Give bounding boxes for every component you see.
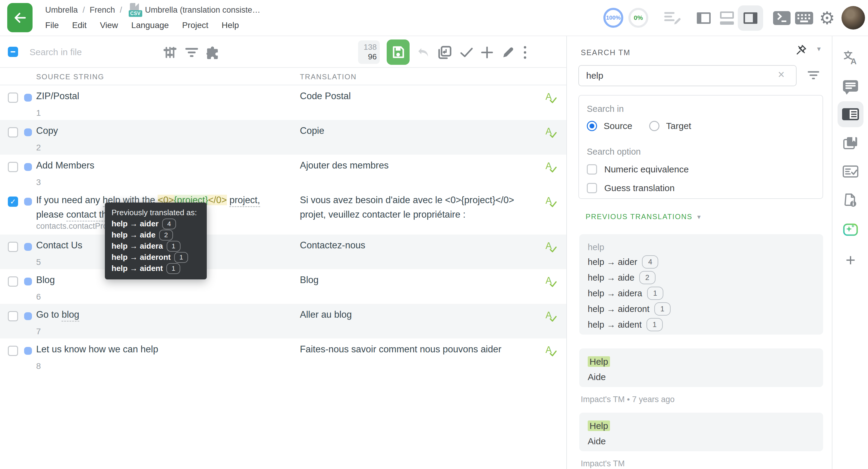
rail-translate-tab[interactable]: A [838,44,864,70]
plain-text: please [36,209,66,220]
menubar: FileEditViewLanguageProjectHelp [45,18,239,33]
table-row[interactable]: CopyCopie2A [0,120,566,155]
breadcrumb-item[interactable]: French [90,5,115,15]
table-row[interactable]: ZIP/PostalCode Postal1A [0,85,566,120]
panel-chevron-down-icon[interactable]: ▾ [817,44,821,53]
user-avatar[interactable] [841,6,865,30]
shortcuts-button[interactable] [792,5,817,31]
breadcrumb-file-name[interactable]: Umbrella (translation consiste… [145,5,260,15]
save-icon [391,45,405,59]
checkbox-guess-translation[interactable]: Guess translation [587,183,675,193]
settings-button[interactable]: ⚙ [814,5,840,31]
table-row[interactable]: Let us know how we can helpFaites-nous s… [0,339,566,373]
text-line: Let us know how we can help [36,342,158,356]
row-checkbox[interactable] [8,242,18,252]
menu-file[interactable]: File [45,21,59,30]
search-in-file-input[interactable] [29,43,157,61]
save-button[interactable] [387,39,410,65]
rail-ai-tab[interactable] [838,216,864,242]
previously-translated-tooltip: Previously translated as: help → aider4h… [105,202,207,279]
checkbox-box[interactable] [587,164,597,175]
tooltip-translation-item: help → aide2 [112,229,200,241]
approved-progress-badge[interactable]: 0% [628,8,648,28]
previous-translations-toggle[interactable]: PREVIOUS TRANSLATIONS▾ [586,213,701,221]
plain-text: Copy [36,125,58,136]
rail-search-tm-tab[interactable] [838,101,864,127]
inline-tag: </0> [208,195,227,205]
undo-button[interactable] [416,45,431,60]
add-string-button[interactable] [480,45,494,60]
radio-dot[interactable] [587,121,597,131]
plain-text: Ajouter des membres [300,160,389,170]
search-options-box: Search in SourceTarget Search option Num… [578,95,823,199]
select-all-checkbox[interactable] [8,47,18,57]
menu-view[interactable]: View [100,21,118,30]
copy-source-icon [438,45,452,59]
tm-panel-icon [842,108,859,120]
plain-text: Go to [36,309,61,320]
checkbox-box[interactable] [587,183,597,193]
tooltip-count-badge: 2 [159,230,173,241]
previous-translation-item[interactable]: help → aideront1 [588,301,815,317]
rail-comments-tab[interactable] [838,73,864,99]
rail-checks-tab[interactable] [838,159,864,184]
back-button[interactable] [7,3,33,32]
tm-search-input[interactable] [578,65,797,86]
previous-translation-item[interactable]: help → aidera1 [588,285,815,301]
clear-search-icon[interactable]: × [778,69,784,80]
menu-help[interactable]: Help [221,21,239,30]
previous-translation-item[interactable]: help → aide2 [588,270,815,285]
menu-project[interactable]: Project [182,21,208,30]
rail-file-info-tab[interactable] [838,187,864,213]
table-row[interactable]: Add MembersAjouter des membres3A [0,155,566,189]
layout-left-panel-button[interactable] [691,5,716,31]
radio-source[interactable]: Source [587,121,632,131]
checkbox-numeric-equivalence[interactable]: Numeric equivalence [587,164,689,175]
layout-right-panel-button[interactable] [738,5,763,31]
menu-language[interactable]: Language [131,21,169,30]
table-row[interactable]: Contact UsContactez-nous5A [0,234,566,269]
row-checkbox[interactable] [8,93,18,103]
approve-button[interactable] [459,45,474,60]
layout-bottom-panel-button[interactable] [714,5,740,31]
text-line: Copie [300,124,324,138]
tm-filter-button[interactable] [807,71,819,82]
edit-string-button[interactable] [501,45,516,60]
row-checkbox[interactable] [8,346,18,356]
radio-dot[interactable] [649,121,659,131]
tm-result-target: Aide [588,434,815,449]
row-checkbox[interactable] [8,127,18,137]
previous-translation-item[interactable]: help → aident1 [588,317,815,333]
row-checkbox[interactable] [8,276,18,287]
plain-text: Copie [300,125,324,136]
plain-text: Add Members [36,160,94,170]
radio-target[interactable]: Target [649,121,691,131]
tm-result-card[interactable]: HelpAide [579,413,823,451]
console-button[interactable] [769,5,795,31]
filter-settings-button[interactable] [163,45,177,60]
row-checkbox[interactable] [8,311,18,321]
copy-source-button[interactable] [438,45,452,60]
tm-result-card[interactable]: HelpAide [579,348,823,387]
filter-strings-button[interactable] [184,45,199,60]
rail-add-panel-button[interactable]: + [838,247,864,273]
table-row[interactable]: Go to blogAller au blog7A [0,304,566,339]
menu-edit[interactable]: Edit [72,21,87,30]
source-string-text: Add Members [36,158,94,173]
spellcheck-approved-icon: A [543,344,558,358]
translated-progress-badge[interactable]: 100% [603,8,623,28]
editor-main: 138 96 [0,36,566,469]
previous-translation-item[interactable]: help → aider4 [588,254,815,270]
pin-panel-button[interactable] [795,43,808,57]
table-row[interactable]: BlogBlog6A [0,269,566,304]
breadcrumb-item[interactable]: Umbrella [45,5,78,15]
plugins-button[interactable] [206,45,221,60]
row-checkbox[interactable]: ✓ [8,196,18,207]
string-status-badge [24,347,32,355]
table-row[interactable]: ✓If you need any help with the <0>{proje… [0,189,566,234]
breadcrumb: Umbrella/French/CSVUmbrella (translation… [45,4,260,16]
row-checkbox[interactable] [8,162,18,172]
rail-glossary-tab[interactable] [838,130,864,156]
draft-edits-button[interactable] [659,5,685,31]
more-actions-button[interactable] [518,45,532,60]
